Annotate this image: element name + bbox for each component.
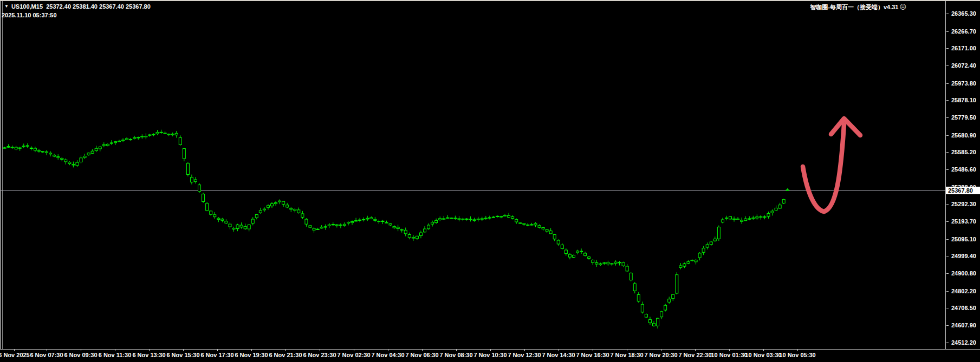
candlestick — [419, 233, 422, 235]
time-axis-label: 6 Nov 09:30 — [64, 352, 97, 358]
time-axis-tick — [593, 350, 593, 351]
time-axis-tick — [729, 350, 730, 351]
candlestick — [729, 216, 732, 219]
time-axis-tick — [14, 350, 15, 351]
candlestick — [416, 236, 418, 238]
candlestick — [527, 225, 529, 225]
candlestick — [313, 228, 315, 230]
sad-face-icon: ☹ — [899, 3, 906, 11]
candlestick — [87, 153, 90, 155]
time-axis-tick — [797, 350, 798, 351]
candlestick — [248, 225, 250, 229]
trend-arrow-body[interactable] — [803, 124, 844, 212]
price-axis-tick — [946, 65, 949, 66]
current-price-badge: 25367.80 — [946, 187, 980, 194]
time-axis-label: 6 Nov 15:30 — [166, 352, 199, 358]
time-axis-tick — [149, 350, 150, 351]
candlestick — [515, 220, 518, 222]
candlestick — [504, 215, 507, 216]
candlestick — [492, 217, 495, 218]
candlestick — [446, 218, 449, 218]
candlestick — [30, 148, 33, 148]
candlestick — [580, 251, 583, 252]
candlestick — [741, 220, 743, 221]
candlestick — [645, 314, 647, 317]
candlestick — [190, 177, 193, 182]
price-axis-tick — [946, 135, 949, 136]
price-axis-tick — [946, 117, 949, 118]
candlestick — [756, 217, 758, 218]
candlestick — [76, 162, 79, 166]
candlestick — [691, 260, 693, 261]
time-axis-label: 10 Nov 01:30 — [711, 352, 747, 358]
candlestick — [424, 229, 426, 232]
candlestick — [431, 222, 434, 224]
candlestick — [519, 223, 522, 223]
candlestick — [64, 160, 67, 162]
datetime-readout: 2025.11.10 05:37:50 — [2, 12, 57, 18]
candlestick — [309, 226, 311, 227]
candlestick — [294, 209, 296, 210]
candlestick — [393, 226, 395, 228]
time-axis-tick — [320, 350, 320, 351]
price-axis[interactable]: 26365.3026266.7026171.0026072.4025973.80… — [945, 1, 980, 349]
candlestick — [683, 264, 686, 266]
price-axis-tick — [946, 325, 949, 326]
price-axis-label: 24999.40 — [951, 253, 976, 259]
candlestick — [397, 227, 399, 229]
candlestick — [278, 201, 281, 202]
candlestick — [37, 150, 40, 151]
time-axis-label: 6 Nov 13:30 — [132, 352, 165, 358]
candlestick — [49, 153, 52, 154]
time-axis[interactable]: 6 Nov 20256 Nov 07:306 Nov 09:306 Nov 11… — [0, 349, 980, 362]
candlestick — [359, 220, 361, 220]
candlestick — [782, 200, 785, 203]
candlestick — [282, 201, 285, 204]
candlestick — [710, 242, 712, 245]
candlestick — [286, 205, 289, 207]
candlestick — [477, 219, 479, 220]
candlestick — [546, 229, 548, 231]
candlestick — [767, 214, 770, 216]
time-axis-tick — [115, 350, 115, 351]
candlestick — [11, 147, 14, 148]
candlestick — [454, 218, 457, 219]
candlestick — [508, 215, 510, 217]
time-axis-tick — [81, 350, 81, 351]
time-axis-label: 6 Nov 2025 — [0, 352, 30, 358]
price-axis-tick — [946, 83, 949, 84]
candlestick — [511, 217, 514, 219]
time-axis-label: 7 Nov 18:30 — [610, 352, 643, 358]
candlestick — [34, 148, 36, 150]
candlestick — [225, 221, 228, 223]
candlestick — [297, 210, 300, 213]
candlestick — [137, 137, 140, 138]
candlestick — [167, 134, 170, 135]
time-axis-label: 10 Nov 05:30 — [779, 352, 815, 358]
candlestick — [744, 219, 747, 221]
candlestick — [588, 257, 590, 259]
candlestick — [126, 139, 128, 140]
candlestick — [592, 260, 594, 263]
candlestick — [171, 134, 174, 135]
candlestick — [186, 163, 189, 175]
price-axis-tick — [946, 291, 949, 292]
candlestick — [148, 135, 151, 135]
price-axis-label: 24802.20 — [951, 288, 976, 294]
chart-plot-area[interactable]: ▼US100,M15 25372.40 25381.40 25367.40 25… — [0, 1, 945, 349]
candlestick — [564, 250, 567, 254]
candlestick — [240, 225, 243, 227]
candlestick — [213, 215, 216, 217]
candlestick — [695, 260, 697, 262]
time-axis-label: 7 Nov 14:30 — [542, 352, 575, 358]
candlestick — [251, 219, 254, 223]
price-axis-tick — [946, 273, 949, 274]
candlestick-chart[interactable] — [0, 0, 980, 362]
candlestick — [450, 218, 453, 219]
candlestick — [733, 219, 736, 219]
candlestick — [400, 229, 403, 230]
time-axis-label: 7 Nov 12:30 — [508, 352, 541, 358]
candlestick — [106, 144, 109, 146]
candlestick — [687, 262, 690, 264]
symbol-dropdown-icon[interactable]: ▼ — [4, 4, 9, 9]
